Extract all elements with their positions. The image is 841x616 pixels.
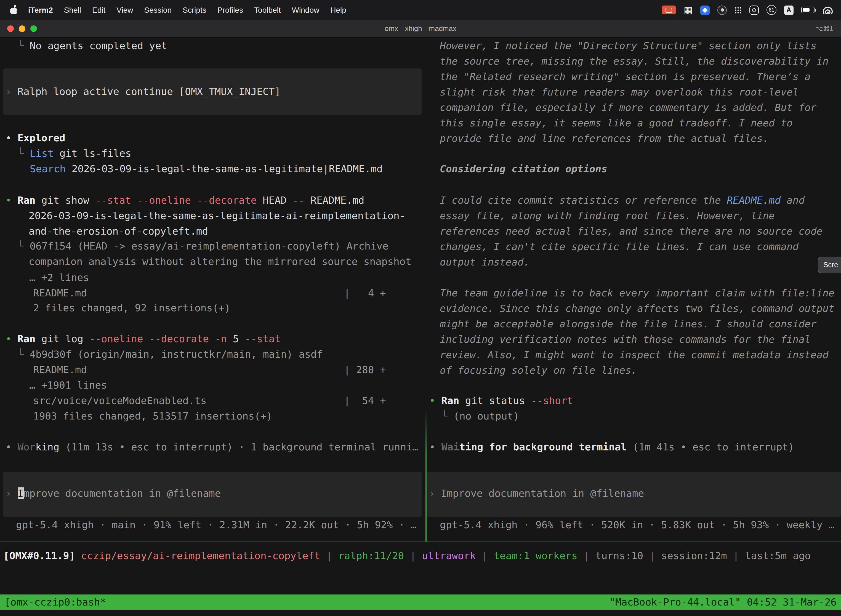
text-cursor: I [18,487,23,499]
git-show-filename-2: and-the-erosion-of-copyleft.md [29,224,208,239]
left-input-box[interactable]: › Improve documentation in @filename [3,472,422,517]
git-show-output-1: └ 067f154 (HEAD -> essay/ai-reimplementa… [18,238,388,254]
waiting-status-line: • Waiting for background terminal (1m 41… [429,439,794,455]
window-title: omx --xhigh --madmax [0,21,841,36]
menu-item-session[interactable]: Session [139,0,177,20]
tmux-host-clock: "MacBook-Pro-44.local" 04:52 31-Mar-26 [609,594,837,610]
right-input-text: › Improve documentation in @filename [429,486,644,501]
menu-item-window[interactable]: Window [286,0,325,20]
git-log-command-line: • Ran git log --oneline --decorate -n 5 … [6,331,281,347]
reasoning-paragraph-1: However, I noticed the "Directory Struct… [440,38,829,146]
git-show-filename-1: 2026-03-09-is-legal-the-same-as-legitima… [29,208,405,224]
omx-turns: turns:10 [595,550,643,561]
dark-app-icon[interactable] [717,5,727,15]
omx-status-bar: [OMX#0.11.9] cczip/essay/ai-reimplementa… [3,548,811,563]
pane-divider-vertical [425,38,426,542]
git-log-stat-1: README.md | 280 + [33,362,386,378]
input-source-icon[interactable]: A [784,5,794,15]
menu-item-scripts[interactable]: Scripts [177,0,212,20]
git-log-output-1: └ 4b9d30f (origin/main, instructkr/main,… [18,347,322,362]
pane-divider-horizontal [0,541,841,542]
omx-session-time: session:12m [661,550,727,561]
git-log-more-lines: … +1901 lines [29,378,107,393]
git-log-stat-2: src/voice/voiceModeEnabled.ts | 54 + [33,393,386,408]
explored-search-line: Search 2026-03-09-is-legal-the-same-as-l… [30,161,383,177]
menu-item-toolbelt[interactable]: Toolbelt [249,0,286,20]
password-manager-icon[interactable] [749,5,759,15]
git-show-command-line: • Ran git show --stat --oneline --decora… [6,193,365,208]
omx-branch: cczip/essay/ai-reimplementation-copyleft [81,550,320,561]
ralph-banner-text: › Ralph loop active continue [OMX_TMUX_I… [6,84,281,99]
reasoning-heading: Considering citation options [440,161,607,177]
search-action-label: Search [30,163,66,175]
ralph-banner: › Ralph loop active continue [OMX_TMUX_I… [3,69,422,115]
git-show-stat-1: README.md | 4 + [33,285,386,301]
git-show-stat-2: 2 files changed, 92 insertions(+) [33,300,230,316]
tmux-session-window: [omx-cczip0:bash* [4,594,106,610]
left-input-text: › Improve documentation in @filename [6,486,221,501]
right-model-status-line: gpt-5.4 xhigh · 96% left · 520K in · 5.8… [440,517,835,532]
menu-item-view[interactable]: View [111,0,139,20]
omx-team: team:1 workers [494,550,577,561]
apple-menu-icon[interactable] [10,5,18,15]
working-status-line: • Working (11m 13s • esc to interrupt) ·… [6,439,418,455]
dot-grid-icon[interactable] [734,6,742,13]
reasoning-paragraph-2: I could cite commit statistics or refere… [440,193,822,270]
left-model-status-line: gpt-5.4 xhigh · main · 91% left · 2.31M … [16,517,417,532]
macos-screen: iTerm2 Shell Edit View Session Scripts P… [0,0,841,616]
battery-percentage-badge[interactable]: 61 [766,5,777,15]
readme-link[interactable]: README.md [727,194,781,206]
right-input-box[interactable]: › Improve documentation in @filename [426,472,841,517]
explored-list-line: └ List git ls-files [18,146,131,161]
menu-item-help[interactable]: Help [325,0,352,20]
wifi-icon[interactable] [822,6,833,13]
git-log-stat-3: 1903 files changed, 513517 insertions(+) [33,408,273,424]
window-shortcut-badge: ⌥⌘1 [815,21,841,36]
battery-icon[interactable] [801,7,815,13]
menu-item-profiles[interactable]: Profiles [212,0,249,20]
screen-recording-indicator[interactable] [662,6,676,14]
git-status-command-line: • Ran git status --short [429,393,573,408]
menu-item-shell[interactable]: Shell [59,0,86,20]
git-show-more-lines: … +2 lines [29,270,89,285]
blue-app-icon[interactable] [700,5,710,15]
window-title-bar: omx --xhigh --madmax ⌥⌘1 [0,20,841,38]
menu-bar: iTerm2 Shell Edit View Session Scripts P… [0,0,841,20]
screen-notification-sliver[interactable]: Scre [818,257,841,273]
menu-item-edit[interactable]: Edit [86,0,111,20]
git-show-output-2: companion analysis without altering the … [29,254,412,269]
tmux-status-bar: [omx-cczip0:bash* "MacBook-Pro-44.local"… [0,594,841,610]
no-agents-line: └ No agents completed yet [18,38,167,54]
explored-header: • Explored [6,130,65,146]
menu-app-name[interactable]: iTerm2 [23,0,59,20]
list-action-label: List [29,147,54,159]
keyboard-icon[interactable] [684,2,693,18]
git-status-output: └ (no output) [441,408,519,424]
omx-ralph-counter: ralph:11/20 [338,550,404,561]
reasoning-paragraph-3: The team guideline is to back every impo… [440,285,835,378]
omx-last-activity: last:5m ago [745,550,811,561]
menu-bar-status-icons: 61 A [662,2,833,18]
omx-mode: ultrawork [422,550,476,561]
omx-version: [OMX#0.11.9] [3,550,81,561]
